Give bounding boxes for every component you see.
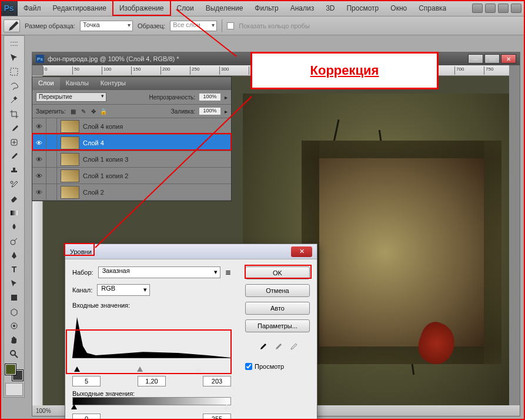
layer-thumbnail[interactable] <box>61 186 79 199</box>
hand-tool[interactable] <box>5 334 23 346</box>
layer-row[interactable]: 👁 Слой 4 копия <box>32 118 231 135</box>
opacity-value[interactable]: 100% <box>199 93 221 101</box>
visibility-icon[interactable]: 👁 <box>32 168 46 184</box>
dodge-tool[interactable] <box>5 235 23 248</box>
visibility-icon[interactable]: 👁 <box>32 118 46 134</box>
preview-checkbox[interactable] <box>245 363 252 370</box>
pen-tool[interactable] <box>5 249 23 262</box>
output-black-handle[interactable] <box>71 404 77 409</box>
stamp-tool[interactable] <box>5 164 23 177</box>
marquee-tool[interactable] <box>5 65 23 78</box>
lasso-tool[interactable] <box>5 79 23 92</box>
zoom-tool[interactable] <box>5 348 23 361</box>
tab-layers[interactable]: Слои <box>32 77 60 90</box>
cancel-button[interactable]: Отмена <box>245 284 310 297</box>
black-eyedropper-icon[interactable] <box>258 342 267 351</box>
layer-row[interactable]: 👁 Слой 4 <box>32 135 231 151</box>
crop-tool[interactable] <box>5 108 23 121</box>
foreground-color[interactable] <box>5 364 16 375</box>
layer-name[interactable]: Слой 1 копия 3 <box>83 156 128 163</box>
window-maximize-button[interactable]: ▭ <box>484 54 500 64</box>
minibridge-icon[interactable] <box>498 4 509 13</box>
zoom-level[interactable]: 100% <box>36 408 51 414</box>
gradient-tool[interactable] <box>5 206 23 219</box>
options-button[interactable]: Параметры... <box>245 319 310 332</box>
eraser-tool[interactable] <box>5 192 23 205</box>
layer-row[interactable]: 👁 Слой 1 копия 2 <box>32 168 231 184</box>
chevron-right-icon[interactable]: ▸ <box>225 108 228 115</box>
menu-image[interactable]: Изображение <box>112 0 171 16</box>
output-black-field[interactable] <box>72 414 101 420</box>
wand-tool[interactable] <box>5 94 23 106</box>
handle-icon[interactable]: :::: <box>5 37 23 50</box>
lock-pixels-icon[interactable]: ✎ <box>79 107 88 115</box>
layer-thumbnail[interactable] <box>61 169 79 182</box>
layer-name[interactable]: Слой 1 копия 2 <box>83 172 128 179</box>
camera-tool[interactable] <box>5 319 23 332</box>
type-tool[interactable]: T <box>5 263 23 276</box>
channel-select[interactable]: RGB <box>97 284 150 296</box>
move-tool[interactable] <box>5 51 23 64</box>
fill-value[interactable]: 100% <box>199 107 221 115</box>
preset-select[interactable]: Заказная <box>98 266 220 278</box>
link-cell[interactable] <box>46 118 57 134</box>
visibility-icon[interactable]: 👁 <box>32 151 46 167</box>
output-white-field[interactable] <box>203 414 231 420</box>
quickmask-toggle[interactable] <box>5 383 23 396</box>
brush-tool[interactable] <box>5 150 23 163</box>
menu-help[interactable]: Справка <box>413 0 452 16</box>
blur-tool[interactable] <box>5 221 23 234</box>
input-white-field[interactable] <box>203 376 231 386</box>
link-cell[interactable] <box>46 168 57 184</box>
auto-button[interactable]: Авто <box>245 302 310 315</box>
dialog-titlebar[interactable]: Уровни ✕ <box>65 244 317 259</box>
output-white-handle[interactable] <box>224 404 230 409</box>
input-black-field[interactable] <box>72 376 101 386</box>
layer-name[interactable]: Слой 4 <box>83 139 104 146</box>
output-gradient[interactable] <box>72 397 231 405</box>
history-brush-tool[interactable] <box>5 178 23 191</box>
shape-tool[interactable] <box>5 291 23 304</box>
screenmode-icon[interactable] <box>511 4 521 13</box>
layer-row[interactable]: 👁 Слой 1 копия 3 <box>32 151 231 168</box>
layer-row[interactable]: 👁 Слой 2 <box>32 184 231 201</box>
eyedropper-tool-icon[interactable] <box>4 19 20 32</box>
ok-button[interactable]: OK <box>245 266 310 279</box>
link-cell[interactable] <box>46 135 57 151</box>
black-point-handle[interactable] <box>74 366 80 372</box>
layer-thumbnail[interactable] <box>61 153 79 166</box>
menu-view[interactable]: Просмотр <box>340 0 384 16</box>
menu-select[interactable]: Выделение <box>200 0 249 16</box>
menu-analysis[interactable]: Анализ <box>285 0 320 16</box>
path-select-tool[interactable] <box>5 277 23 290</box>
layer-thumbnail[interactable] <box>61 120 79 133</box>
window-close-button[interactable]: ✕ <box>501 54 516 64</box>
menu-window[interactable]: Окно <box>384 0 413 16</box>
layer-thumbnail[interactable] <box>61 136 79 149</box>
input-slider[interactable] <box>72 369 231 374</box>
menu-edit[interactable]: Редактирование <box>47 0 112 16</box>
menu-3d[interactable]: 3D <box>320 0 340 16</box>
gamma-handle[interactable] <box>137 366 143 372</box>
tab-paths[interactable]: Контуры <box>95 77 132 90</box>
bridge-icon[interactable] <box>485 4 496 13</box>
menu-layers[interactable]: Слои <box>171 0 200 16</box>
tab-channels[interactable]: Каналы <box>60 77 95 90</box>
heal-tool[interactable] <box>5 136 23 149</box>
blend-mode-select[interactable]: Перекрытие <box>36 92 106 102</box>
white-point-handle[interactable] <box>196 366 202 372</box>
eyedropper-tool[interactable] <box>5 122 23 135</box>
layer-name[interactable]: Слой 2 <box>83 189 104 196</box>
lock-transparency-icon[interactable]: ▦ <box>69 107 78 115</box>
lock-all-icon[interactable]: 🔒 <box>99 107 108 115</box>
sample-size-select[interactable]: Точка <box>80 21 133 31</box>
chevron-right-icon[interactable]: ▸ <box>225 94 228 101</box>
layer-name[interactable]: Слой 4 копия <box>83 123 123 130</box>
link-cell[interactable] <box>46 184 57 200</box>
window-minimize-button[interactable]: — <box>468 54 483 64</box>
link-cell[interactable] <box>46 151 57 167</box>
input-gamma-field[interactable] <box>138 376 166 386</box>
white-eyedropper-icon[interactable] <box>288 342 297 351</box>
preset-menu-icon[interactable]: ≣ <box>225 268 231 276</box>
dialog-close-button[interactable]: ✕ <box>291 246 312 257</box>
